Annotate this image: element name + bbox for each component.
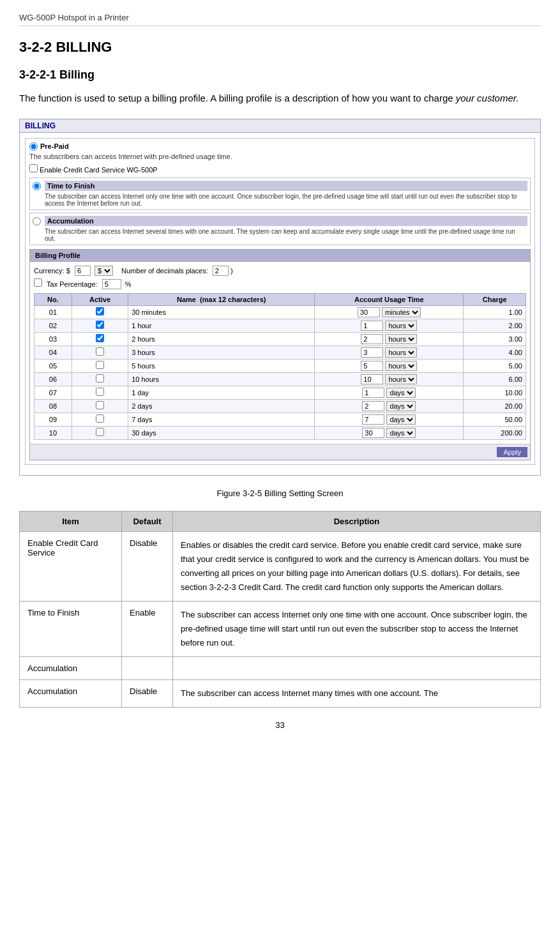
currency-input[interactable] bbox=[75, 266, 91, 276]
billing-profile: Billing Profile Currency: $ $ Number of … bbox=[29, 249, 531, 460]
prepaid-section: Pre-Paid The subscribers can access Inte… bbox=[25, 138, 535, 465]
prepaid-radio[interactable] bbox=[29, 142, 38, 151]
row-usage-unit-select[interactable]: hours bbox=[385, 321, 417, 331]
row-usage: hours bbox=[315, 319, 464, 332]
row-usage-unit-select[interactable]: hours bbox=[385, 347, 417, 358]
row-active[interactable] bbox=[72, 386, 128, 399]
row-name: 5 hours bbox=[128, 359, 315, 372]
time-to-finish-option: Time to Finish The subscriber can access… bbox=[29, 178, 531, 210]
figure-caption: Figure 3-2-5 Billing Setting Screen bbox=[19, 489, 541, 498]
col-no: No. bbox=[34, 293, 72, 305]
row-usage-input[interactable] bbox=[361, 347, 383, 358]
row-usage-input[interactable] bbox=[361, 361, 383, 371]
row-active[interactable] bbox=[72, 426, 128, 439]
accumulation-radio[interactable] bbox=[33, 217, 41, 225]
row-usage-unit-select[interactable]: hours bbox=[385, 374, 417, 384]
row-usage-input[interactable] bbox=[362, 414, 384, 425]
row-usage-unit-select[interactable]: days bbox=[386, 428, 416, 438]
row-usage-input[interactable] bbox=[358, 307, 380, 317]
prepaid-label: Pre-Paid bbox=[40, 142, 69, 150]
row-usage-unit-select[interactable]: minutes bbox=[382, 307, 421, 317]
row-usage-input[interactable] bbox=[361, 321, 383, 331]
page-header: WG-500P Hotspot in a Printer bbox=[19, 13, 541, 26]
currency-symbol-select[interactable]: $ bbox=[95, 266, 113, 276]
time-to-finish-title: Time to Finish bbox=[45, 181, 527, 191]
billing-table-row: 05 5 hours hours 5.00 bbox=[34, 359, 526, 372]
desc-default bbox=[122, 657, 173, 680]
row-active[interactable] bbox=[72, 372, 128, 386]
desc-table-row: Accumulation bbox=[20, 657, 541, 680]
row-usage-input[interactable] bbox=[361, 374, 383, 384]
desc-default: Disable bbox=[122, 531, 173, 601]
row-charge: 50.00 bbox=[464, 413, 526, 426]
row-usage-input[interactable] bbox=[362, 388, 384, 398]
decimals-input[interactable] bbox=[213, 266, 229, 276]
row-usage-unit-select[interactable]: days bbox=[386, 401, 416, 411]
row-charge: 200.00 bbox=[464, 426, 526, 439]
apply-row: Apply bbox=[30, 444, 530, 460]
row-active-checkbox[interactable] bbox=[96, 334, 104, 342]
row-active-checkbox[interactable] bbox=[96, 428, 104, 436]
tax-input[interactable] bbox=[102, 279, 121, 289]
billing-ui-content: Pre-Paid The subscribers can access Inte… bbox=[20, 133, 540, 475]
row-active-checkbox[interactable] bbox=[96, 307, 104, 315]
row-active[interactable] bbox=[72, 332, 128, 345]
row-usage-unit-select[interactable]: days bbox=[386, 414, 416, 425]
description-table: Item Default Description Enable Credit C… bbox=[19, 511, 541, 708]
apply-button[interactable]: Apply bbox=[497, 447, 527, 457]
row-active[interactable] bbox=[72, 319, 128, 332]
tax-unit: % bbox=[125, 280, 132, 288]
accumulation-option: Accumulation The subscriber can access I… bbox=[29, 213, 531, 245]
row-usage-input[interactable] bbox=[362, 401, 384, 411]
desc-table-row: Enable Credit Card Service Disable Enabl… bbox=[20, 531, 541, 601]
row-no: 07 bbox=[34, 386, 72, 399]
row-no: 05 bbox=[34, 359, 72, 372]
decimals-paren: ) bbox=[231, 267, 233, 275]
row-active-checkbox[interactable] bbox=[96, 388, 104, 396]
tax-row: Tax Percentage: % bbox=[34, 278, 526, 289]
row-usage-unit-select[interactable]: hours bbox=[385, 334, 417, 344]
row-active-checkbox[interactable] bbox=[96, 361, 104, 369]
desc-default: Disable bbox=[122, 680, 173, 708]
row-active-checkbox[interactable] bbox=[96, 414, 104, 423]
desc-col-description: Description bbox=[173, 511, 541, 531]
billing-table-row: 09 7 days days 50.00 bbox=[34, 413, 526, 426]
tax-checkbox[interactable] bbox=[34, 278, 42, 287]
desc-item: Time to Finish bbox=[20, 601, 122, 656]
desc-description: The subscriber can access Internet many … bbox=[173, 680, 541, 708]
row-active[interactable] bbox=[72, 345, 128, 359]
desc-col-item: Item bbox=[20, 511, 122, 531]
accumulation-desc: The subscriber can access Internet sever… bbox=[45, 228, 527, 242]
row-no: 10 bbox=[34, 426, 72, 439]
row-active-checkbox[interactable] bbox=[96, 374, 104, 383]
desc-table-row: Accumulation Disable The subscriber can … bbox=[20, 680, 541, 708]
time-to-finish-radio[interactable] bbox=[33, 182, 41, 190]
row-usage-input[interactable] bbox=[362, 428, 384, 438]
billing-table-row: 08 2 days days 20.00 bbox=[34, 399, 526, 413]
row-active[interactable] bbox=[72, 413, 128, 426]
row-charge: 5.00 bbox=[464, 359, 526, 372]
row-usage-input[interactable] bbox=[361, 334, 383, 344]
tax-label: Tax Percentage: bbox=[47, 280, 98, 288]
row-charge: 6.00 bbox=[464, 372, 526, 386]
row-active[interactable] bbox=[72, 399, 128, 413]
row-active[interactable] bbox=[72, 305, 128, 319]
row-usage-unit-select[interactable]: hours bbox=[385, 361, 417, 371]
subsection-title: 3-2-2-1 Billing bbox=[19, 68, 541, 82]
row-name: 3 hours bbox=[128, 345, 315, 359]
row-usage: days bbox=[315, 386, 464, 399]
row-active-checkbox[interactable] bbox=[96, 401, 104, 409]
intro-paragraph: The function is used to setup a billing … bbox=[19, 91, 541, 106]
billing-ui-box: BILLING Pre-Paid The subscribers can acc… bbox=[19, 119, 541, 476]
billing-table-row: 10 30 days days 200.00 bbox=[34, 426, 526, 439]
row-charge: 1.00 bbox=[464, 305, 526, 319]
row-active[interactable] bbox=[72, 359, 128, 372]
row-usage-unit-select[interactable]: days bbox=[386, 388, 416, 398]
row-active-checkbox[interactable] bbox=[96, 321, 104, 329]
row-active-checkbox[interactable] bbox=[96, 347, 104, 356]
credit-card-checkbox[interactable] bbox=[29, 164, 38, 172]
col-usage: Account Usage Time bbox=[315, 293, 464, 305]
row-no: 04 bbox=[34, 345, 72, 359]
billing-table-row: 07 1 day days 10.00 bbox=[34, 386, 526, 399]
billing-profile-header: Billing Profile bbox=[30, 250, 530, 262]
